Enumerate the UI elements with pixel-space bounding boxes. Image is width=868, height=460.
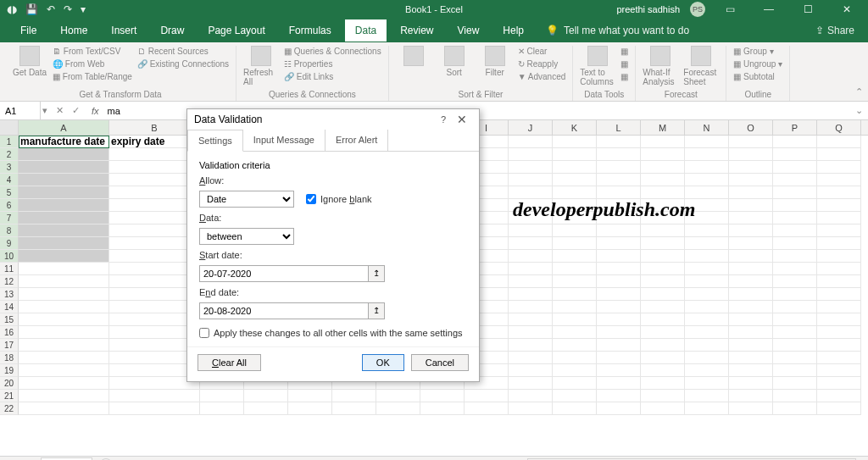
cell[interactable] — [817, 263, 861, 275]
cell[interactable] — [509, 313, 553, 326]
cell[interactable] — [19, 237, 109, 250]
cell[interactable] — [19, 288, 109, 301]
row-header[interactable]: 9 — [0, 237, 19, 250]
cell[interactable] — [817, 390, 861, 402]
cell[interactable] — [509, 186, 553, 199]
cell[interactable] — [773, 313, 817, 326]
subtotal-button[interactable]: ▦ Subtotal — [733, 71, 782, 83]
end-date-ref-button[interactable]: ↥ — [368, 302, 385, 319]
cell[interactable] — [200, 390, 244, 402]
cell[interactable] — [19, 174, 109, 186]
cell[interactable] — [553, 148, 597, 161]
cell[interactable] — [641, 237, 685, 250]
cell[interactable] — [597, 224, 641, 237]
cell[interactable] — [729, 313, 773, 326]
tab-home[interactable]: Home — [50, 19, 97, 42]
cell[interactable] — [641, 224, 685, 237]
cell[interactable] — [509, 326, 553, 339]
row-header[interactable]: 3 — [0, 161, 19, 174]
cell[interactable] — [509, 352, 553, 364]
cell[interactable] — [641, 288, 685, 301]
cell[interactable] — [597, 288, 641, 301]
cell[interactable] — [509, 161, 553, 174]
cell[interactable] — [109, 390, 200, 402]
clear-filter-button[interactable]: ✕ Clear — [518, 46, 566, 58]
cell[interactable] — [553, 161, 597, 174]
cell[interactable] — [773, 250, 817, 263]
cell[interactable] — [553, 377, 597, 390]
name-box[interactable]: A1 — [0, 102, 41, 119]
cell[interactable] — [773, 186, 817, 199]
cell[interactable] — [509, 377, 553, 390]
forecast-sheet-button[interactable]: Forecast Sheet — [683, 46, 719, 86]
cell[interactable] — [817, 402, 861, 415]
cell[interactable] — [773, 377, 817, 390]
row-header[interactable]: 21 — [0, 390, 19, 402]
cell[interactable] — [597, 326, 641, 339]
cancel-button[interactable]: Cancel — [411, 354, 469, 371]
tab-file[interactable]: File — [10, 19, 47, 42]
cell[interactable] — [729, 148, 773, 161]
filter-button[interactable]: Filter — [477, 46, 513, 77]
cell[interactable] — [553, 275, 597, 288]
cell[interactable] — [773, 390, 817, 402]
col-header[interactable]: P — [773, 120, 817, 135]
cell[interactable] — [773, 301, 817, 313]
cell[interactable] — [817, 224, 861, 237]
cell[interactable] — [685, 402, 729, 415]
start-date-input[interactable] — [199, 265, 369, 282]
cell[interactable] — [817, 250, 861, 263]
cell[interactable] — [19, 377, 109, 390]
cell[interactable] — [729, 161, 773, 174]
cell[interactable] — [376, 402, 420, 415]
from-text-csv-button[interactable]: 🗎 From Text/CSV — [53, 46, 132, 58]
cell[interactable] — [597, 352, 641, 364]
cell[interactable] — [597, 186, 641, 199]
properties-button[interactable]: ☷ Properties — [284, 58, 381, 70]
flash-fill-button[interactable]: ▦ — [620, 46, 628, 58]
apply-all-checkbox[interactable] — [199, 328, 209, 338]
cell[interactable] — [685, 250, 729, 263]
cell[interactable] — [597, 390, 641, 402]
cell[interactable] — [729, 186, 773, 199]
dialog-tab-input-message[interactable]: Input Message — [243, 130, 326, 151]
cell[interactable] — [817, 199, 861, 212]
cell[interactable] — [773, 174, 817, 186]
row-header[interactable]: 6 — [0, 199, 19, 212]
cell[interactable] — [509, 301, 553, 313]
cell[interactable] — [597, 148, 641, 161]
cell[interactable] — [773, 161, 817, 174]
cell[interactable] — [420, 390, 465, 402]
enter-formula-icon[interactable]: ✓ — [72, 105, 80, 116]
cell[interactable] — [420, 402, 465, 415]
cell[interactable] — [685, 339, 729, 352]
cell[interactable] — [773, 402, 817, 415]
tab-view[interactable]: View — [448, 19, 490, 42]
cell[interactable] — [553, 402, 597, 415]
cell[interactable] — [773, 339, 817, 352]
cell[interactable] — [509, 288, 553, 301]
cell[interactable] — [244, 402, 288, 415]
cell[interactable] — [773, 364, 817, 377]
tab-draw[interactable]: Draw — [150, 19, 194, 42]
cell[interactable] — [509, 224, 553, 237]
get-data-button[interactable]: Get Data — [12, 46, 47, 77]
cell[interactable] — [729, 377, 773, 390]
cell[interactable] — [817, 313, 861, 326]
cell[interactable] — [200, 402, 244, 415]
cell[interactable] — [509, 339, 553, 352]
end-date-input[interactable] — [199, 302, 369, 319]
cell[interactable] — [729, 326, 773, 339]
cell[interactable] — [465, 390, 509, 402]
close-button[interactable]: ✕ — [832, 3, 861, 15]
row-header[interactable]: 13 — [0, 288, 19, 301]
cell[interactable] — [773, 136, 817, 148]
cell[interactable] — [288, 390, 332, 402]
minimize-button[interactable]: — — [754, 3, 783, 15]
cell[interactable] — [641, 161, 685, 174]
cell[interactable] — [509, 402, 553, 415]
row-header[interactable]: 18 — [0, 352, 19, 364]
cell[interactable] — [597, 377, 641, 390]
cell[interactable] — [553, 250, 597, 263]
cell[interactable] — [597, 364, 641, 377]
